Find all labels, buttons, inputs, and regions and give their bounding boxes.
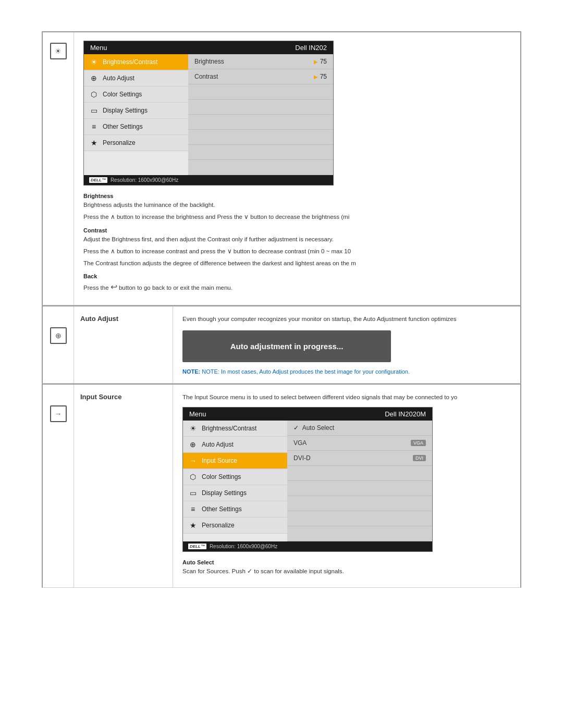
osd-item-brightness-contrast[interactable]: ☀ Brightness/Contrast [84,54,188,70]
p-icon-1: ★ [89,139,99,147]
section-input-source: → Input Source The Input Source menu is … [42,384,521,588]
aa-label-1: Auto Adjust [103,75,134,82]
empty-row-4 [188,130,333,145]
desc-back-1: Press the ↩ button to go back to or exit… [83,281,511,293]
vga-label: VGA [293,439,307,447]
empty-row-1 [188,84,333,100]
contrast-value: ▶ 75 [314,73,327,80]
osd-item-display-1[interactable]: ▭ Display Settings [84,103,188,119]
dell-logo-1: DELL™ [89,177,107,183]
desc-contrast-2: Press the ∧ button to increase contrast … [83,247,511,256]
os-label-1: Other Settings [103,123,143,130]
p-icon-2: ★ [188,521,198,529]
empty-row-2d [287,511,432,526]
desc-contrast-1: Adjust the Brightness first, and then ad… [83,235,511,244]
osd-item-bc-2[interactable]: ☀ Brightness/Contrast [183,421,287,437]
osd-footer-2: DELL™ Resolution: 1600x900@60Hz [183,541,432,551]
osd-title-1: Menu [90,44,107,52]
auto-adjust-icon: ⊕ [50,327,67,344]
label-col-3: Input Source [74,385,173,588]
label-back: Back [83,273,511,279]
auto-adjust-banner: Auto adjustment in progress... [182,330,391,362]
osd-left-2: ☀ Brightness/Contrast ⊕ Auto Adjust → In… [183,421,287,541]
is-label: Input Source [202,457,237,464]
osd-item-cs-2[interactable]: ⬡ Color Settings [183,469,287,485]
osd-footer-1: DELL™ Resolution: 1600x900@60Hz [84,175,333,185]
undo-icon: ↩ [111,282,117,291]
osd-item-other-1[interactable]: ≡ Other Settings [84,119,188,135]
osd-left-1: ☀ Brightness/Contrast ⊕ Auto Adjust ⬡ Co… [84,54,188,175]
label-auto-select: Auto Select [182,559,511,565]
os-icon-2: ≡ [188,505,198,513]
desc-brightness-2: Press the ∧ button to increase the brigh… [83,213,511,221]
osd-item-is-active[interactable]: → Input Source [183,453,287,469]
dell-logo-2: DELL™ [188,544,206,549]
sub-desc-auto-select: Auto Select Scan for Sources. Push ✓ to … [182,559,511,576]
osd-model-2: Dell IN2020M [385,410,426,418]
label-contrast: Contrast [83,227,511,233]
auto-adjust-label: Auto Adjust [80,315,166,323]
input-source-intro: The Input Source menu is to used to sele… [182,393,511,402]
right-brightness: Brightness ▶ 75 [188,54,333,69]
os-icon-1: ≡ [89,122,99,131]
icon-col-3: → [43,385,74,588]
is-icon: → [188,456,198,465]
osd-item-color-1[interactable]: ⬡ Color Settings [84,87,188,103]
osd-body-1: ☀ Brightness/Contrast ⊕ Auto Adjust ⬡ Co… [84,54,333,175]
right-auto-select[interactable]: ✓ Auto Select [287,421,432,436]
input-source-icon: → [50,405,67,422]
osd-item-p-2[interactable]: ★ Personalize [183,517,287,534]
auto-adjust-note: NOTE: NOTE: In most cases, Auto Adjust p… [182,368,511,375]
note-label: NOTE: [182,368,202,375]
aa-label-2: Auto Adjust [202,441,234,448]
arrow-brightness: ▶ [314,59,318,65]
cs-icon-2: ⬡ [188,473,198,481]
ds-label-2: Display Settings [202,489,247,497]
aa-icon-2: ⊕ [188,440,198,449]
right-vga[interactable]: VGA VGA [287,436,432,451]
empty-row-6 [188,160,333,175]
cs-icon-1: ⬡ [89,90,99,98]
empty-row-2e [287,526,432,541]
p-label-2: Personalize [202,522,235,529]
osd-item-ds-2[interactable]: ▭ Display Settings [183,485,287,501]
auto-select-label: ✓ Auto Select [293,424,334,431]
content-input-source: The Input Source menu is to used to sele… [173,385,520,588]
icon-col-1: ☀ [43,32,74,305]
arrow-contrast: ▶ [314,74,318,80]
cs-label-2: Color Settings [202,473,241,480]
right-dvid[interactable]: DVI-D DVI [287,451,432,466]
aa-icon-1: ⊕ [89,74,99,82]
section-brightness-contrast: ☀ Menu Dell IN202 ☀ Brightness/Contrast [42,31,521,305]
osd-item-aa-2[interactable]: ⊕ Auto Adjust [183,437,287,453]
page-wrapper: ☀ Menu Dell IN202 ☀ Brightness/Contrast [0,0,563,619]
p-label-1: Personalize [103,139,136,146]
os-label-2: Other Settings [202,505,242,513]
checkmark-icon: ✓ [293,424,299,431]
bc-label-2: Brightness/Contrast [202,425,256,432]
empty-row-2a [287,466,432,481]
osd-item-personalize-1[interactable]: ★ Personalize [84,135,188,151]
osd-item-os-2[interactable]: ≡ Other Settings [183,501,287,517]
desc-brightness-1: Brightness adjusts the luminance of the … [83,201,511,209]
sub-desc-back: Back Press the ↩ button to go back to or… [83,273,511,293]
label-col-2: Auto Adjust [74,306,173,382]
contrast-right-label: Contrast [194,73,218,80]
input-source-label: Input Source [80,393,166,401]
brightness-right-label: Brightness [194,58,224,65]
empty-row-3 [188,115,333,130]
osd-model-1: Dell IN202 [295,44,327,52]
section-auto-adjust: ⊕ Auto Adjust Even though your computer … [42,305,521,383]
brightness-icon: ☀ [50,43,67,59]
resolution-2: Resolution: 1600x900@60Hz [210,544,277,549]
empty-row-5 [188,145,333,160]
osd-item-auto-adjust-1[interactable]: ⊕ Auto Adjust [84,70,188,87]
empty-row-2 [188,100,333,115]
ds-label-1: Display Settings [103,107,148,114]
osd-title-2: Menu [189,410,206,418]
vga-badge: VGA [411,440,426,446]
osd-body-2: ☀ Brightness/Contrast ⊕ Auto Adjust → In… [183,421,432,541]
osd-header-2: Menu Dell IN2020M [183,408,432,421]
osd-menu-2: Menu Dell IN2020M ☀ Brightness/Contrast … [182,407,433,552]
right-contrast: Contrast ▶ 75 [188,69,333,84]
